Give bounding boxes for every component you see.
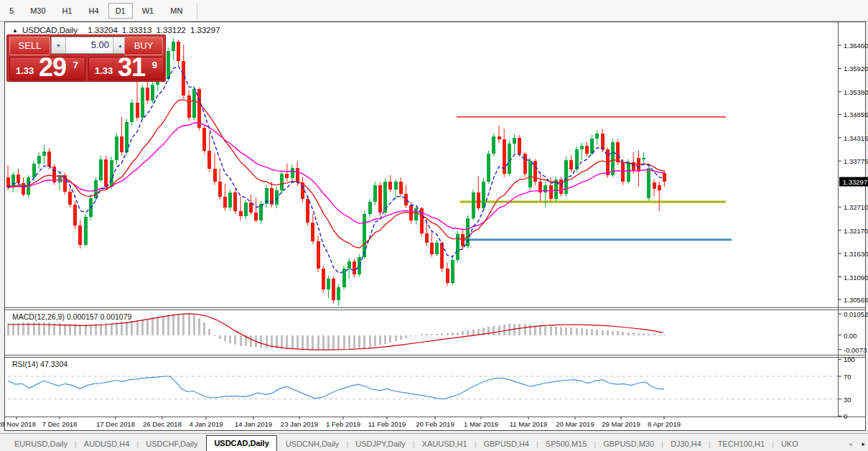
- date-axis-label: 17 Dec 2018: [96, 420, 135, 428]
- chart-tab-eurusd[interactable]: EURUSD,Daily: [10, 437, 72, 451]
- date-axis-label: 8 Apr 2019: [648, 420, 681, 428]
- macd-label: MACD(12,26,9) 0.000157 0.001079: [12, 312, 131, 321]
- timeframe-5[interactable]: 5: [2, 3, 21, 19]
- chart-tabbar: EURUSD,Daily|AUDUSD,H4|USDCHF,DailyUSDCA…: [0, 433, 868, 451]
- chart-tab-audusd[interactable]: AUDUSD,H4: [80, 437, 134, 451]
- buy-price-sup: 9: [152, 60, 157, 70]
- chart-canvas[interactable]: [5, 22, 867, 430]
- rsi-axis-label: 30: [844, 395, 868, 403]
- date-axis-label: 20 Mar 2019: [556, 420, 594, 428]
- date-axis-label: 20 Feb 2019: [416, 420, 454, 428]
- chart-tab-dj30[interactable]: DJ30,H4: [666, 437, 706, 451]
- timeframe-h4[interactable]: H4: [82, 3, 106, 19]
- rsi-axis-label: 0: [844, 412, 868, 420]
- rsi-axis-label: 100: [844, 355, 868, 363]
- date-axis-label: 11 Feb 2019: [368, 420, 406, 428]
- one-click-trade-panel: SELL ▼ 5.00 ▲ BUY 1.33 29 7 1.33: [6, 34, 166, 82]
- chart-window: ▲ USDCAD,Daily 1.33204 1.33313 1.33122 1…: [4, 22, 866, 431]
- timeframe-mn[interactable]: MN: [163, 3, 190, 19]
- tab-scroll-arrows: ◂ ▸: [849, 440, 865, 447]
- volume-stepper: ▼ 5.00 ▲: [51, 37, 128, 54]
- date-axis-label: 1 Feb 2019: [326, 420, 360, 428]
- sell-price-small: 1.33: [16, 65, 34, 76]
- tab-separator: |: [136, 440, 139, 451]
- ohlc-open: 1.33204: [88, 26, 118, 34]
- price-axis-label: 1.33775: [844, 157, 868, 165]
- tab-scroll-left-icon[interactable]: ◂: [849, 440, 852, 447]
- chart-tab-sp500[interactable]: SP500,M15: [541, 437, 591, 451]
- macd-axis-label: -0.0073: [844, 345, 868, 353]
- chart-tab-gbpusd[interactable]: GBPUSD,M30: [599, 437, 658, 451]
- chart-tab-usdjpy[interactable]: USDJPY,Daily: [351, 437, 410, 451]
- date-axis-label: 11 Mar 2019: [510, 420, 548, 428]
- price-axis-label: 1.35380: [844, 88, 868, 96]
- date-axis-label: 14 Jan 2019: [235, 420, 272, 428]
- ohlc-high: 1.33313: [122, 26, 152, 34]
- price-axis-label: 1.32710: [844, 203, 868, 211]
- chart-tab-tech100[interactable]: TECH100,H1: [714, 437, 769, 451]
- buy-price-big: 31: [118, 52, 145, 83]
- timeframe-m30[interactable]: M30: [23, 3, 52, 19]
- price-axis-label: 1.35920: [844, 65, 868, 73]
- macd-axis-label: 0.010525: [844, 310, 868, 318]
- chart-tab-gbpusd[interactable]: GBPUSD,H4: [479, 437, 533, 451]
- price-axis-label: 1.34855: [844, 111, 868, 118]
- timeframe-d1[interactable]: D1: [108, 3, 133, 19]
- timeframe-toolbar: 5M30H1H4D1W1MN: [0, 0, 868, 22]
- date-axis-label: 4 Jan 2019: [189, 420, 223, 428]
- price-axis-label: 1.30565: [844, 296, 868, 304]
- price-axis-label: 1.31090: [844, 273, 868, 281]
- date-axis-label: 1 Mar 2019: [464, 420, 498, 428]
- tab-separator: |: [413, 440, 415, 451]
- current-price-badge: 1.33297: [839, 177, 868, 186]
- sell-price-box[interactable]: 1.33 29 7: [9, 57, 85, 80]
- tab-scroll-right-icon[interactable]: ▸: [862, 440, 865, 447]
- tab-separator: |: [536, 440, 538, 451]
- chart-title: ▲ USDCAD,Daily 1.33204 1.33313 1.33122 1…: [12, 26, 220, 34]
- rsi-label: RSI(14) 47.3304: [12, 360, 67, 368]
- chart-tab-uko[interactable]: UKO: [777, 437, 803, 451]
- date-axis-label: 28 Nov 2018: [0, 420, 36, 428]
- sell-price-big: 29: [39, 52, 66, 83]
- buy-price-box[interactable]: 1.33 31 9: [88, 57, 164, 80]
- volume-down-button[interactable]: ▼: [52, 37, 66, 53]
- collapse-triangle-icon[interactable]: ▲: [12, 27, 18, 34]
- tab-separator: |: [75, 440, 77, 451]
- chart-tab-usdchf[interactable]: USDCHF,Daily: [141, 437, 202, 451]
- price-axis-label: 1.36460: [844, 42, 868, 50]
- buy-price-small: 1.33: [95, 65, 113, 76]
- volume-field[interactable]: 5.00: [66, 37, 113, 53]
- date-axis-label: 23 Jan 2019: [281, 420, 318, 428]
- timeframe-w1[interactable]: W1: [135, 3, 162, 19]
- price-axis-label: 1.31630: [844, 250, 868, 258]
- date-axis-label: 7 Dec 2018: [42, 420, 78, 428]
- mt4-app: 5M30H1H4D1W1MN ▲ USDCAD,Daily 1.33204 1.…: [0, 0, 868, 451]
- tab-separator: |: [661, 440, 663, 451]
- chart-tab-usdcnh[interactable]: USDCNH,Daily: [281, 437, 344, 451]
- chart-tab-xauusd[interactable]: XAUUSD,H1: [418, 437, 472, 451]
- price-axis-label: 1.32170: [844, 226, 868, 234]
- timeframe-h1[interactable]: H1: [55, 3, 80, 19]
- macd-axis-label: 0.00: [844, 331, 868, 339]
- date-axis-label: 29 Mar 2019: [602, 420, 640, 428]
- tab-separator: |: [475, 440, 477, 451]
- chart-symbol: USDCAD,Daily: [22, 26, 78, 34]
- tab-separator: |: [594, 440, 596, 451]
- tab-separator: |: [709, 440, 711, 451]
- tab-separator: |: [772, 440, 774, 451]
- tab-separator: |: [346, 440, 348, 451]
- price-axis-label: 1.34315: [844, 134, 868, 141]
- chevron-down-icon: ▼: [56, 43, 61, 48]
- chevron-up-icon: ▲: [118, 43, 123, 48]
- ohlc-close: 1.33297: [190, 26, 220, 34]
- sell-price-sup: 7: [73, 60, 78, 70]
- rsi-axis-label: 70: [844, 373, 868, 381]
- date-axis-label: 26 Dec 2018: [143, 420, 182, 428]
- ohlc-low: 1.33122: [156, 26, 186, 34]
- chart-tab-usdcad[interactable]: USDCAD,Daily: [206, 435, 276, 451]
- toolbar-separator: [197, 3, 197, 19]
